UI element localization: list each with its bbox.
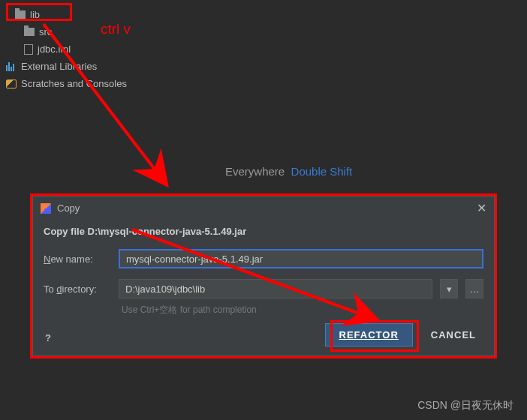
everywhere-label: Everywhere — [225, 165, 285, 178]
tree-label: jdbc.iml — [38, 44, 71, 55]
tree-label: External Libraries — [21, 61, 97, 72]
to-directory-label: To directory: — [44, 284, 111, 295]
dialog-title: Copy — [57, 202, 80, 214]
tree-item-src[interactable]: src — [0, 23, 165, 40]
new-name-row: New name: — [33, 246, 494, 272]
tree-item-external-libraries[interactable]: External Libraries — [0, 58, 165, 75]
dialog-titlebar: Copy ✕ — [33, 196, 494, 220]
file-icon — [24, 44, 33, 55]
new-name-input[interactable] — [119, 249, 483, 268]
tree-label: Scratches and Consoles — [21, 78, 127, 89]
annotation-box-refactor — [330, 320, 419, 352]
tree-item-scratches[interactable]: Scratches and Consoles — [0, 75, 165, 92]
annotation-ctrl-v: ctrl v — [101, 21, 131, 38]
path-completion-hint: Use Ctrl+空格 for path completion — [33, 302, 494, 316]
intellij-icon — [41, 203, 51, 214]
dialog-heading: Copy file D:\mysql-connector-java-5.1.49… — [33, 220, 494, 246]
annotation-box-lib — [6, 3, 72, 21]
copy-dialog: Copy ✕ Copy file D:\mysql-connector-java… — [32, 196, 495, 356]
library-icon — [6, 62, 17, 71]
help-button[interactable]: ? — [45, 332, 51, 344]
watermark: CSDN @日夜无休时 — [417, 399, 513, 412]
cancel-button[interactable]: CANCEL — [423, 324, 483, 346]
folder-icon — [24, 28, 35, 36]
directory-dropdown[interactable]: ▾ — [440, 279, 458, 298]
tree-item-jdbc-iml[interactable]: jdbc.iml — [0, 40, 165, 58]
new-name-label: New name: — [44, 254, 111, 265]
to-directory-row: To directory: ▾ … — [33, 276, 494, 302]
search-everywhere-hint: Everywhere Double Shift — [225, 165, 352, 178]
tree-label: src — [39, 26, 52, 38]
double-shift-label: Double Shift — [291, 165, 353, 178]
to-directory-input[interactable] — [119, 279, 432, 298]
close-icon[interactable]: ✕ — [477, 201, 486, 215]
scratches-icon — [6, 80, 17, 88]
directory-browse-button[interactable]: … — [465, 279, 483, 298]
